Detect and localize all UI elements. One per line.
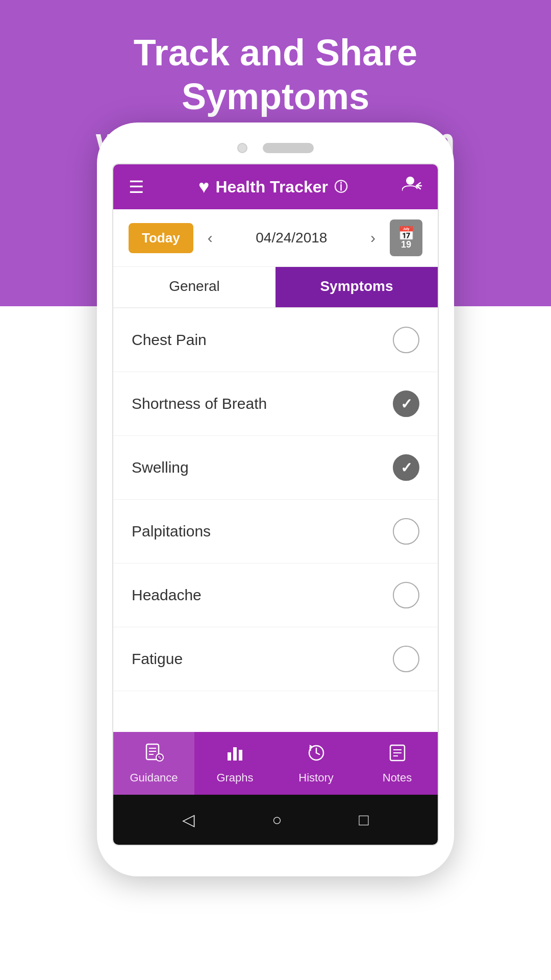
svg-rect-9 [239, 750, 242, 761]
symptom-headache[interactable]: Headache [113, 564, 438, 627]
date-nav: Today ‹ 04/24/2018 › 📅19 [113, 209, 438, 267]
graphs-icon [226, 743, 245, 767]
symptom-headache-checkbox[interactable] [393, 582, 419, 608]
symptom-headache-label: Headache [132, 586, 202, 604]
app-title: Health Tracker [215, 178, 328, 197]
svg-rect-7 [228, 752, 231, 761]
graphs-label: Graphs [216, 771, 253, 785]
symptom-shortness-checkbox[interactable]: ✓ [393, 390, 419, 417]
symptom-fatigue-checkbox[interactable] [393, 646, 419, 672]
bottom-nav: ✎ Guidance Graphs [113, 732, 438, 795]
nav-notes[interactable]: Notes [357, 732, 438, 795]
symptom-shortness-of-breath[interactable]: Shortness of Breath ✓ [113, 372, 438, 436]
list-spacer [113, 691, 438, 732]
menu-icon[interactable]: ☰ [129, 177, 144, 197]
phone-speaker [263, 143, 314, 153]
android-home[interactable]: ○ [272, 811, 282, 829]
svg-text:✎: ✎ [158, 755, 162, 761]
notes-icon [388, 743, 407, 767]
symptom-palpitations-checkbox[interactable] [393, 518, 419, 545]
checkmark-icon-2: ✓ [400, 459, 412, 476]
today-button[interactable]: Today [129, 223, 193, 253]
symptom-fatigue-label: Fatigue [132, 650, 183, 668]
phone-screen: ☰ ♥ Health Tracker ⓘ Today ‹ [112, 163, 439, 846]
phone-mockup: ☰ ♥ Health Tracker ⓘ Today ‹ [97, 122, 454, 876]
tab-bar: General Symptoms [113, 267, 438, 308]
date-display: 04/24/2018 [227, 230, 356, 246]
nav-history[interactable]: History [276, 732, 357, 795]
tab-general[interactable]: General [113, 267, 276, 307]
symptom-swelling[interactable]: Swelling ✓ [113, 436, 438, 500]
phone-top-bar [112, 143, 439, 153]
symptoms-list: Chest Pain Shortness of Breath ✓ Swellin… [113, 308, 438, 732]
history-icon [307, 743, 326, 767]
nav-guidance[interactable]: ✎ Guidance [113, 732, 194, 795]
symptom-fatigue[interactable]: Fatigue [113, 627, 438, 691]
profile-icon[interactable] [402, 176, 422, 198]
android-nav-bar: ◁ ○ □ [113, 795, 438, 845]
symptom-chest-pain[interactable]: Chest Pain [113, 308, 438, 372]
svg-rect-8 [233, 747, 237, 761]
info-icon[interactable]: ⓘ [334, 178, 347, 196]
phone-camera [237, 143, 247, 153]
symptom-chest-pain-label: Chest Pain [132, 331, 207, 349]
calendar-day: 19 [398, 239, 414, 250]
heart-icon: ♥ [198, 176, 209, 198]
symptom-swelling-label: Swelling [132, 459, 189, 476]
android-recent[interactable]: □ [359, 811, 368, 829]
nav-graphs[interactable]: Graphs [194, 732, 276, 795]
calendar-button[interactable]: 📅19 [390, 219, 422, 256]
svg-point-0 [406, 177, 414, 185]
symptom-palpitations-label: Palpitations [132, 523, 211, 540]
tab-symptoms[interactable]: Symptoms [276, 267, 438, 307]
phone-outer: ☰ ♥ Health Tracker ⓘ Today ‹ [97, 122, 454, 876]
app-header: ☰ ♥ Health Tracker ⓘ [113, 164, 438, 209]
guidance-label: Guidance [130, 771, 178, 785]
hero-line1: Track and Share Symptoms [134, 32, 417, 117]
symptom-shortness-label: Shortness of Breath [132, 395, 267, 412]
guidance-icon: ✎ [144, 743, 164, 767]
symptom-palpitations[interactable]: Palpitations [113, 500, 438, 564]
symptom-swelling-checkbox[interactable]: ✓ [393, 454, 419, 481]
header-title-group: ♥ Health Tracker ⓘ [198, 176, 347, 198]
notes-label: Notes [383, 771, 412, 785]
checkmark-icon: ✓ [400, 396, 412, 412]
android-back[interactable]: ◁ [182, 810, 195, 829]
history-label: History [298, 771, 333, 785]
prev-date-button[interactable]: ‹ [204, 225, 217, 251]
symptom-chest-pain-checkbox[interactable] [393, 327, 419, 353]
next-date-button[interactable]: › [366, 225, 380, 251]
